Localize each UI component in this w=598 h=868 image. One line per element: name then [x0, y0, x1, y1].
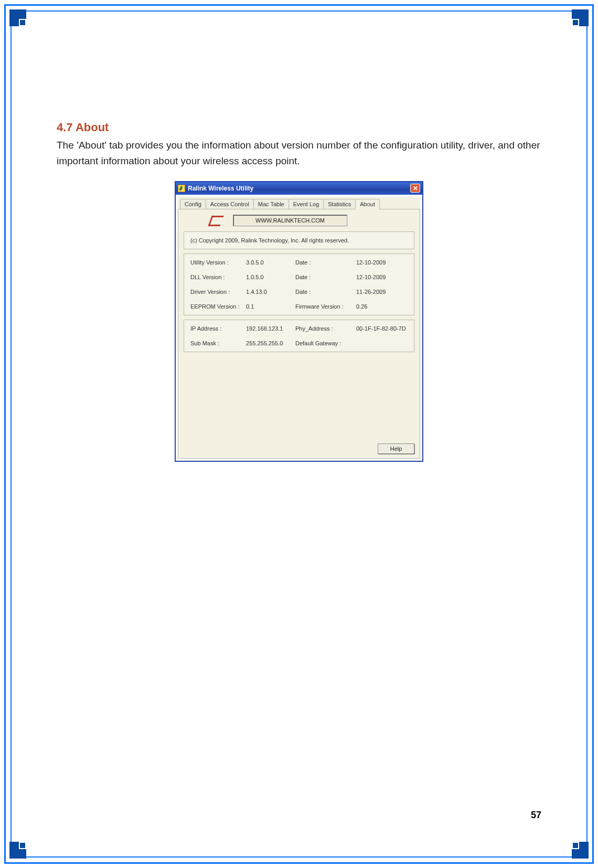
value-firmware-version: 0.26: [356, 303, 408, 310]
label-utility-version: Utility Version :: [190, 259, 243, 266]
tab-event-log[interactable]: Event Log: [289, 199, 324, 209]
label-driver-date: Date :: [295, 289, 353, 295]
page-content: 4.7 About The 'About' tab provides you t…: [57, 121, 541, 462]
value-utility-date: 12-10-2009: [356, 259, 408, 266]
value-phy-address: 00-1F-1F-82-80-7D: [356, 325, 408, 332]
page-corner: [572, 9, 589, 26]
tab-config[interactable]: Config: [180, 199, 206, 209]
value-driver-date: 11-26-2009: [356, 289, 408, 295]
tab-about[interactable]: About: [355, 199, 380, 209]
label-sub-mask: Sub Mask :: [190, 340, 243, 346]
window-title: Ralink Wireless Utility: [188, 185, 408, 192]
page-corner: [9, 9, 26, 26]
copyright-text: (c) Copyright 2009, Ralink Technology, I…: [190, 237, 349, 244]
client-area: Config Access Control Mac Table Event Lo…: [176, 195, 422, 461]
app-window: Ralink Wireless Utility ✕ Config Access …: [175, 181, 423, 462]
label-dll-version: DLL Version :: [190, 274, 243, 280]
label-firmware-version: Firmware Version :: [295, 303, 353, 310]
label-phy-address: Phy_Address :: [295, 325, 353, 332]
help-button[interactable]: Help: [378, 443, 414, 454]
label-default-gateway: Default Gateway :: [295, 340, 353, 346]
page-corner: [9, 842, 26, 859]
label-dll-date: Date :: [295, 274, 353, 280]
tab-strip: Config Access Control Mac Table Event Lo…: [178, 197, 420, 209]
tab-statistics[interactable]: Statistics: [323, 199, 356, 209]
label-utility-date: Date :: [295, 259, 353, 266]
value-utility-version: 3.0.5.0: [246, 259, 292, 266]
close-icon: ✕: [413, 185, 418, 192]
section-heading: 4.7 About: [57, 121, 541, 134]
versions-panel: Utility Version : 3.0.5.0 Date : 12-10-2…: [184, 253, 414, 315]
value-dll-date: 12-10-2009: [356, 274, 408, 280]
value-eeprom-version: 0.1: [246, 303, 292, 310]
label-eeprom-version: EEPROM Version :: [190, 303, 243, 310]
section-paragraph: The 'About' tab provides you the informa…: [57, 137, 541, 170]
network-panel: IP Address : 192.168.123.1 Phy_Address :…: [184, 320, 414, 352]
page-corner: [572, 842, 589, 859]
value-driver-version: 1.4.13.0: [246, 289, 292, 295]
value-sub-mask: 255.255.255.0: [246, 340, 292, 346]
page-number: 57: [531, 810, 541, 821]
value-dll-version: 1.0.5.0: [246, 274, 292, 280]
value-ip-address: 192.168.123.1: [246, 325, 292, 332]
tab-body-about: WWW.RALINKTECH.COM (c) Copyright 2009, R…: [178, 209, 420, 459]
close-button[interactable]: ✕: [410, 184, 420, 193]
tab-mac-table[interactable]: Mac Table: [253, 199, 289, 209]
app-icon: [178, 185, 185, 192]
titlebar: Ralink Wireless Utility ✕: [176, 182, 422, 195]
label-ip-address: IP Address :: [190, 325, 243, 332]
ralink-logo-icon: [209, 215, 222, 226]
copyright-panel: (c) Copyright 2009, Ralink Technology, I…: [184, 231, 414, 249]
url-button[interactable]: WWW.RALINKTECH.COM: [233, 215, 347, 226]
label-driver-version: Driver Version :: [190, 289, 243, 295]
tab-access-control[interactable]: Access Control: [206, 199, 254, 209]
